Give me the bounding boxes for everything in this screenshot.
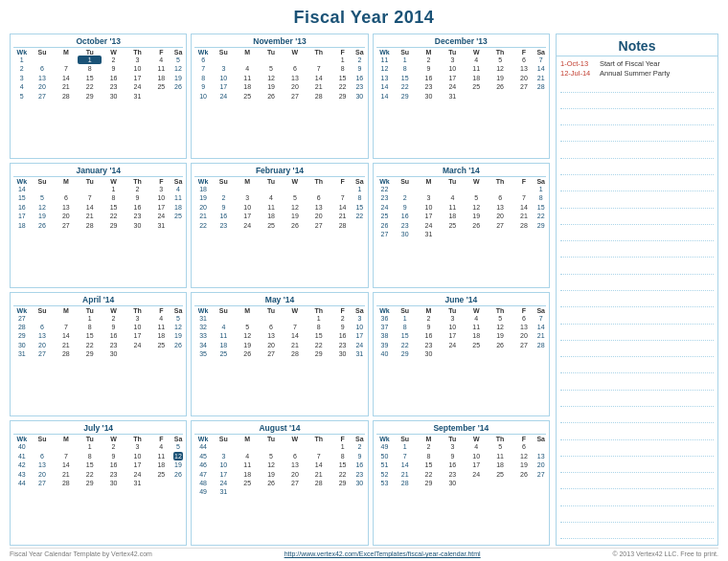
cal-cell: 21 — [54, 470, 78, 479]
cal-cell: 1 — [307, 314, 330, 323]
cal-cell: 27 — [512, 341, 536, 349]
cal-header: Wk — [13, 436, 31, 442]
cal-cell: 10 — [417, 203, 441, 212]
cal-cell: 29 — [393, 92, 417, 101]
cal-header: Wk — [194, 49, 212, 56]
cal-cell: 8 — [535, 193, 546, 202]
cal-cell: 20 — [283, 470, 307, 479]
cal-cell: 21 — [393, 470, 417, 479]
cal-cell: 22 — [354, 212, 365, 220]
cal-cell: 18 — [236, 82, 260, 91]
cal-cell: 28 — [78, 221, 102, 230]
cal-cell: 9 — [417, 64, 441, 73]
cal-grid: WkSuMTuWThFSa271234528678910111229131415… — [13, 307, 183, 359]
cal-cell: 11 — [236, 74, 260, 82]
cal-cell: 29 — [78, 92, 102, 101]
cal-cell — [535, 442, 546, 451]
cal-cell: 14 — [376, 82, 394, 91]
cal-cell: 25 — [149, 470, 173, 479]
cal-cell: 35 — [194, 349, 212, 358]
cal-cell — [236, 314, 260, 323]
cal-cell: 11 — [149, 323, 173, 331]
cal-cell: 19 — [465, 212, 489, 220]
cal-cell: 14 — [307, 74, 330, 82]
cal-cell: 3 — [441, 56, 465, 64]
cal-cell: 24 — [354, 341, 365, 349]
cal-cell — [512, 92, 536, 101]
note-line — [560, 280, 714, 291]
cal-cell: 10 — [465, 452, 489, 460]
cal-header: Tu — [441, 178, 465, 185]
cal-cell: 12 — [465, 203, 489, 212]
cal-cell: 10 — [125, 452, 149, 460]
cal-cell: 29 — [13, 331, 31, 340]
cal-cell: 17 — [149, 203, 173, 212]
cal-cell: 21 — [283, 341, 307, 349]
mini-calendar: May '14WkSuMTuWThFSa31123324567891033111… — [191, 292, 368, 417]
cal-cell: 21 — [307, 470, 330, 479]
cal-header: W — [283, 49, 307, 56]
cal-cell: 1 — [78, 56, 102, 64]
cal-header: F — [330, 436, 354, 442]
cal-cell: 6 — [54, 193, 78, 202]
cal-cell: 22 — [417, 470, 441, 479]
cal-cell: 2 — [417, 56, 441, 64]
cal-cell: 5 — [173, 442, 184, 451]
cal-header: Th — [307, 307, 330, 314]
cal-cell: 2 — [212, 193, 236, 202]
cal-cell: 19 — [194, 193, 212, 202]
cal-cell: 18 — [489, 460, 512, 469]
cal-cell: 11 — [376, 56, 394, 64]
cal-header: W — [465, 49, 489, 56]
cal-cell: 28 — [283, 349, 307, 358]
cal-cell: 14 — [393, 460, 417, 469]
cal-cell: 9 — [354, 452, 365, 460]
cal-cell: 13 — [376, 74, 394, 82]
cal-cell: 19 — [283, 212, 307, 220]
note-line — [560, 114, 714, 125]
cal-header: W — [283, 178, 307, 185]
cal-cell: 47 — [194, 470, 212, 479]
note-line — [560, 147, 714, 159]
cal-cell: 21 — [54, 341, 78, 349]
cal-cell — [54, 56, 78, 64]
cal-cell: 50 — [376, 452, 394, 460]
cal-cell — [512, 479, 536, 487]
cal-header: M — [417, 307, 441, 314]
cal-cell: 22 — [78, 470, 102, 479]
cal-cell — [489, 230, 512, 238]
cal-cell: 1 — [393, 56, 417, 64]
cal-cell: 23 — [102, 341, 125, 349]
cal-header: M — [54, 49, 78, 56]
cal-cell: 19 — [173, 331, 184, 340]
cal-cell: 22 — [194, 221, 212, 230]
cal-cell: 10 — [441, 64, 465, 73]
cal-header: Tu — [78, 178, 102, 185]
cal-header: W — [465, 436, 489, 442]
cal-cell: 28 — [535, 82, 546, 91]
cal-cell: 23 — [393, 221, 417, 230]
cal-cell: 5 — [489, 56, 512, 64]
cal-header: Sa — [535, 49, 546, 56]
cal-cell: 25 — [376, 212, 394, 220]
cal-cell: 19 — [236, 341, 260, 349]
cal-cell — [212, 56, 236, 64]
cal-header: F — [149, 307, 173, 314]
cal-cell — [173, 92, 184, 101]
cal-cell: 1 — [330, 56, 354, 64]
cal-cell: 6 — [31, 64, 55, 73]
cal-cell: 30 — [354, 92, 365, 101]
cal-cell — [31, 442, 55, 451]
cal-cell — [236, 56, 260, 64]
cal-cell: 12 — [489, 323, 512, 331]
cal-cell: 14 — [330, 203, 354, 212]
cal-cell: 25 — [489, 470, 512, 479]
cal-cell: 6 — [283, 452, 307, 460]
cal-cell — [283, 442, 307, 451]
cal-cell: 46 — [194, 460, 212, 469]
cal-cell: 29 — [330, 479, 354, 487]
note-line — [560, 511, 714, 523]
cal-header: Tu — [78, 307, 102, 314]
cal-cell: 24 — [212, 479, 236, 487]
cal-cell — [260, 442, 284, 451]
